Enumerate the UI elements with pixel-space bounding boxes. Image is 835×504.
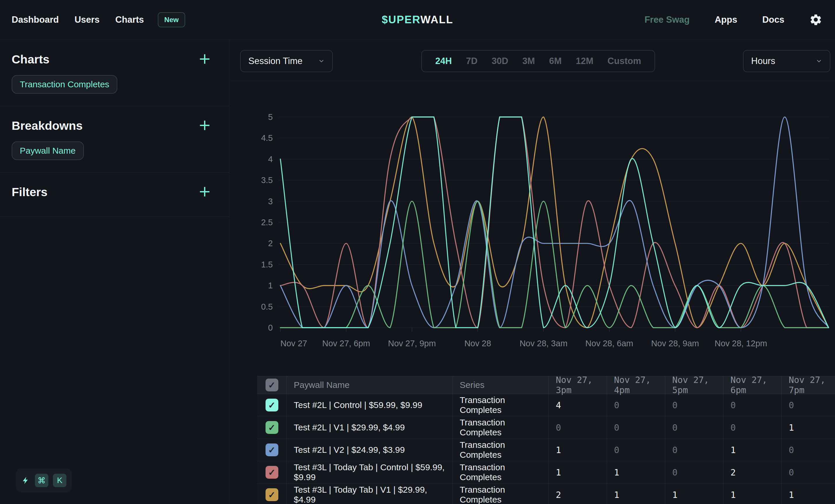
chip-transaction-completes[interactable]: Transaction Completes (12, 75, 117, 94)
table-row: ✓ Test #2L | V1 | $29.99, $4.99 Transact… (257, 416, 835, 439)
tab-3m[interactable]: 3M (522, 56, 535, 66)
nav-item-docs[interactable]: Docs (762, 15, 785, 25)
nav-item-users[interactable]: Users (75, 15, 100, 25)
nav-item-apps[interactable]: Apps (715, 15, 737, 25)
table-row: ✓ Test #3L | Today Tab | V1 | $29.99, $4… (257, 484, 835, 504)
table-header-row: ✓ Paywall Name Series Nov 27, 3pm Nov 27… (257, 376, 835, 394)
tab-custom[interactable]: Custom (608, 56, 641, 66)
sidebar: Charts + Transaction Completes Breakdown… (0, 40, 229, 504)
col-header-nov27-4pm: Nov 27, 4pm (607, 376, 665, 394)
svg-text:1.5: 1.5 (261, 260, 273, 269)
row-checkbox[interactable]: ✓ (266, 443, 278, 456)
tab-6m[interactable]: 6M (549, 56, 562, 66)
svg-text:0: 0 (268, 323, 273, 332)
line-chart: 00.511.522.533.544.55Nov 27Nov 27, 6pmNo… (229, 84, 835, 361)
toolbar-divider (230, 81, 835, 81)
tab-24h[interactable]: 24H (435, 56, 452, 66)
top-nav: Dashboard Users Charts New $UPERWALL Fre… (0, 0, 835, 40)
new-badge: New (158, 12, 185, 27)
table-row: ✓ Test #3L | Today Tab | Control | $59.9… (257, 461, 835, 484)
col-header-nov27-5pm: Nov 27, 5pm (665, 376, 724, 394)
svg-text:0.5: 0.5 (261, 302, 273, 311)
series-cell: Transaction Completes (453, 439, 549, 461)
value-cell: 0 (782, 461, 835, 483)
col-header-series: Series (453, 376, 549, 394)
svg-text:Nov 27, 6pm: Nov 27, 6pm (322, 339, 370, 348)
row-checkbox[interactable]: ✓ (266, 466, 278, 479)
svg-text:Nov 28, 6am: Nov 28, 6am (586, 339, 633, 348)
value-cell: 4 (549, 394, 607, 416)
command-palette-shortcut[interactable]: ⌘ K (16, 468, 72, 492)
chevron-down-icon (816, 58, 822, 64)
value-cell: 0 (724, 394, 782, 416)
value-cell: 0 (607, 439, 665, 461)
value-cell: 0 (549, 416, 607, 439)
svg-text:Nov 27, 9pm: Nov 27, 9pm (388, 339, 436, 348)
select-all-checkbox[interactable]: ✓ (266, 379, 278, 392)
svg-text:1: 1 (268, 281, 273, 290)
value-cell: 0 (665, 439, 724, 461)
svg-text:3: 3 (268, 197, 273, 206)
value-cell: 1 (607, 461, 665, 483)
svg-text:2.5: 2.5 (261, 218, 273, 227)
paywall-name-cell: Test #2L | V2 | $24.99, $3.99 (287, 439, 453, 461)
row-checkbox[interactable]: ✓ (266, 421, 278, 434)
superwall-logo: $UPERWALL (382, 14, 453, 26)
series-cell: Transaction Completes (453, 394, 549, 416)
nav-item-free-swag[interactable]: Free Swag (645, 15, 690, 25)
unit-select[interactable]: Hours (743, 50, 830, 72)
lightning-bolt-icon (22, 476, 30, 485)
value-cell: 0 (665, 394, 724, 416)
value-cell: 1 (549, 461, 607, 483)
add-filter-button[interactable]: + (197, 184, 212, 199)
row-checkbox[interactable]: ✓ (266, 399, 278, 412)
col-header-nov27-6pm: Nov 27, 6pm (724, 376, 782, 394)
svg-text:Nov 28: Nov 28 (464, 339, 491, 348)
chip-paywall-name[interactable]: Paywall Name (12, 142, 84, 160)
nav-left: Dashboard Users Charts New (12, 12, 185, 27)
svg-text:Nov 28, 9am: Nov 28, 9am (651, 339, 699, 348)
settings-gear-icon[interactable] (809, 14, 822, 26)
col-header-nov27-7pm: Nov 27, 7pm (782, 376, 835, 394)
unit-select-value: Hours (751, 56, 775, 66)
sidebar-section-charts: Charts + Transaction Completes (0, 40, 229, 106)
value-cell: 0 (607, 394, 665, 416)
tab-7d[interactable]: 7D (466, 56, 478, 66)
value-cell: 1 (665, 484, 724, 504)
value-cell: 1 (724, 484, 782, 504)
k-keycap: K (53, 474, 66, 487)
logo-teal-part: $UPER (382, 14, 421, 26)
charts-section-title: Charts (12, 53, 218, 66)
value-cell: 0 (607, 416, 665, 439)
series-cell: Transaction Completes (453, 484, 549, 504)
add-chart-button[interactable]: + (197, 51, 212, 67)
value-cell: 1 (607, 484, 665, 504)
nav-item-dashboard[interactable]: Dashboard (12, 15, 59, 25)
value-cell: 1 (782, 416, 835, 439)
sidebar-section-breakdowns: Breakdowns + Paywall Name (0, 106, 229, 172)
value-cell: 0 (665, 461, 724, 483)
cmd-keycap: ⌘ (35, 474, 48, 487)
value-cell: 0 (782, 394, 835, 416)
svg-text:Nov 28, 12pm: Nov 28, 12pm (714, 339, 767, 348)
table-row: ✓ Test #2L | V2 | $24.99, $3.99 Transact… (257, 439, 835, 461)
chevron-down-icon (318, 58, 325, 64)
series-cell: Transaction Completes (453, 416, 549, 439)
metric-select[interactable]: Session Time (240, 50, 333, 72)
value-cell: 2 (724, 461, 782, 483)
add-breakdown-button[interactable]: + (197, 118, 212, 133)
nav-right: Free Swag Apps Docs (645, 14, 822, 26)
value-cell: 0 (724, 416, 782, 439)
paywall-name-cell: Test #2L | Control | $59.99, $9.99 (287, 394, 453, 416)
svg-text:5: 5 (268, 112, 273, 122)
nav-item-charts[interactable]: Charts (115, 15, 144, 25)
tab-30d[interactable]: 30D (492, 56, 508, 66)
paywall-name-cell: Test #3L | Today Tab | V1 | $29.99, $4.9… (287, 484, 453, 504)
filters-section-title: Filters (12, 185, 218, 199)
value-cell: 0 (782, 439, 835, 461)
value-cell: 2 (549, 484, 607, 504)
row-checkbox[interactable]: ✓ (266, 488, 278, 501)
tab-12m[interactable]: 12M (576, 56, 593, 66)
time-range-tabs: 24H 7D 30D 3M 6M 12M Custom (421, 50, 655, 72)
paywall-name-cell: Test #2L | V1 | $29.99, $4.99 (287, 416, 453, 439)
